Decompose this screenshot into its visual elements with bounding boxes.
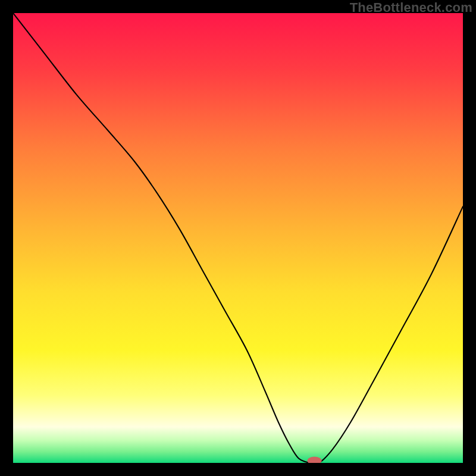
chart-frame: TheBottleneck.com <box>0 0 476 476</box>
chart-svg <box>13 13 463 463</box>
watermark-text: TheBottleneck.com <box>350 0 472 15</box>
plot-area <box>13 13 463 463</box>
gradient-background <box>13 13 463 463</box>
